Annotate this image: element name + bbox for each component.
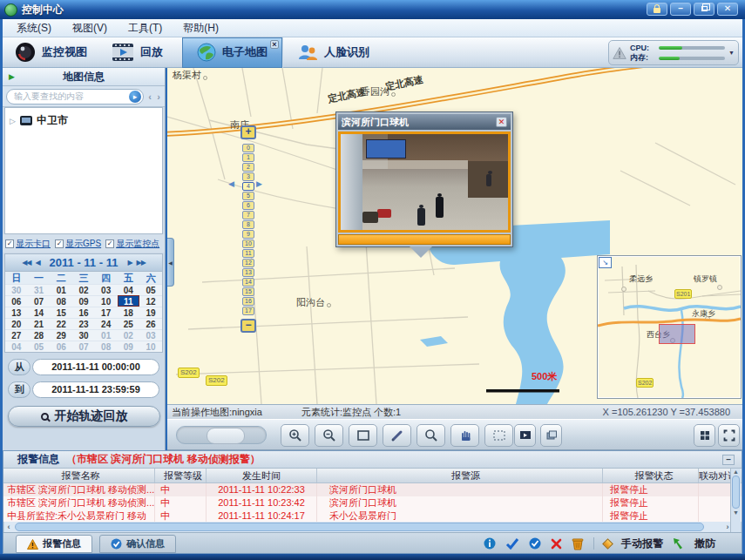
calendar-date[interactable]: 07	[72, 341, 95, 352]
calendar-date[interactable]: 13	[5, 307, 28, 318]
pan-tool-button[interactable]	[450, 424, 479, 447]
column-header[interactable]: 报警状态	[603, 469, 699, 482]
calendar-date[interactable]: 07	[28, 295, 51, 307]
zoom-level-button[interactable]: 17	[242, 307, 254, 315]
calendar-date[interactable]: 18	[118, 307, 140, 318]
calendar-date[interactable]: 06	[50, 341, 72, 352]
zoom-level-button[interactable]: 2	[242, 163, 254, 172]
column-header[interactable]: 发生时间	[207, 469, 317, 482]
calendar-next-month-button[interactable]: ▶	[127, 259, 132, 267]
sidebar-collapse-handle[interactable]: ◀	[167, 238, 174, 287]
calendar-date[interactable]: 26	[139, 318, 162, 329]
panel-minimize-button[interactable]: –	[722, 455, 735, 465]
calendar-next-year-button[interactable]: ▶▶	[137, 259, 146, 267]
alarm-table-row[interactable]: 中县所监控:禾小公易景府门 移动 中 2011-11-11 10:24:17 禾…	[3, 509, 742, 522]
to-datetime-input[interactable]: 2011-11-11 23:59:59	[32, 381, 159, 398]
restore-button[interactable]	[694, 3, 715, 16]
popup-close-button[interactable]: ✕	[496, 117, 507, 127]
map-zoom-slider[interactable]	[176, 426, 267, 444]
calendar-date[interactable]: 30	[72, 329, 95, 341]
calendar-date[interactable]: 25	[118, 318, 140, 329]
zoom-window-tool-button[interactable]	[417, 424, 445, 447]
calendar-date[interactable]: 08	[50, 295, 72, 307]
scroll-up-icon[interactable]: ▲	[733, 469, 739, 475]
fullscreen-button[interactable]	[718, 424, 740, 447]
calendar-date[interactable]: 06	[5, 295, 28, 307]
playback-button[interactable]: 回放	[99, 37, 175, 68]
info-button[interactable]	[484, 537, 496, 550]
scroll-down-icon[interactable]: ▼	[733, 509, 739, 516]
calendar-date[interactable]: 22	[50, 318, 72, 329]
minimize-button[interactable]: –	[670, 3, 691, 16]
rect-select-tool-button[interactable]	[349, 424, 377, 447]
zoom-level-button[interactable]: 12	[242, 259, 254, 267]
panel-arrow-icon[interactable]: ▶	[9, 68, 15, 86]
calendar-date[interactable]: 23	[72, 318, 95, 329]
calendar-date[interactable]: 04	[5, 341, 28, 352]
layer-checkbox[interactable]: 显示监控点	[105, 238, 159, 250]
zoom-level-button[interactable]: 6	[242, 201, 254, 210]
search-next-button[interactable]: ›	[156, 91, 161, 102]
zoom-level-button[interactable]: 9	[242, 230, 254, 239]
vertical-scrollbar[interactable]: ▲ ▼	[730, 469, 741, 532]
grid-view-button[interactable]	[694, 424, 715, 447]
confirm-all-button[interactable]	[529, 537, 541, 550]
menu-item[interactable]: 系统(S)	[8, 20, 60, 37]
calendar-date[interactable]: 14	[28, 307, 51, 318]
calendar-date[interactable]: 19	[139, 307, 162, 318]
calendar-date[interactable]: 21	[28, 318, 51, 329]
zoom-level-button[interactable]: 13	[242, 268, 254, 277]
from-datetime-input[interactable]: 2011-11-11 00:00:00	[32, 359, 159, 375]
search-input[interactable]	[14, 91, 129, 101]
close-button[interactable]: ✕	[717, 3, 738, 16]
delete-button[interactable]	[551, 538, 562, 550]
calendar-date[interactable]: 05	[28, 341, 51, 352]
tab-close-icon[interactable]: ×	[270, 40, 279, 49]
manual-alarm-button[interactable]: 手动报警	[621, 536, 663, 551]
calendar-date[interactable]: 01	[95, 329, 118, 341]
column-header[interactable]: 报警等级	[155, 469, 207, 482]
calendar-date[interactable]: 02	[72, 284, 95, 295]
chevron-down-icon[interactable]: ▼	[728, 50, 735, 56]
calendar-prev-month-button[interactable]: ◀	[35, 259, 39, 267]
calendar-date[interactable]: 05	[139, 284, 162, 295]
tab-alarm-info[interactable]: 报警信息	[16, 535, 92, 553]
search-button[interactable]: ▸	[129, 91, 141, 103]
zoom-level-button[interactable]: 1	[242, 153, 254, 162]
confirm-button[interactable]	[505, 537, 519, 550]
search-prev-button[interactable]: ‹	[147, 91, 152, 102]
calendar-date[interactable]: 01	[50, 284, 72, 295]
zoom-in-tool-button[interactable]	[281, 424, 309, 447]
calendar-date[interactable]: 09	[72, 295, 95, 307]
overview-minimap[interactable]: 柔远乡 镇罗镇 永康乡 西台乡 S201 S202 ↘	[597, 255, 742, 399]
calendar-date[interactable]: 02	[118, 329, 140, 341]
calendar-date[interactable]: 10	[139, 341, 162, 352]
zoom-level-button[interactable]: 4	[242, 182, 254, 191]
map-zoom-out-button[interactable]: −	[240, 319, 256, 333]
calendar-date[interactable]: 20	[5, 318, 28, 329]
column-header[interactable]: 联动对讲	[699, 469, 731, 482]
calendar-date[interactable]: 27	[5, 329, 28, 341]
cpu-memory-panel[interactable]: CPU: 内存: ▼	[608, 40, 739, 65]
tree-item-zhongwei[interactable]: ▷ 中卫市	[5, 108, 162, 133]
calendar-date[interactable]: 11	[118, 295, 140, 307]
popup-control-bar[interactable]	[338, 234, 511, 245]
minimap-viewport-rect[interactable]	[659, 324, 695, 344]
camera-popup-titlebar[interactable]: 滨河所门口球机 ✕	[338, 114, 511, 130]
menu-item[interactable]: 工具(T)	[119, 20, 171, 37]
calendar-date[interactable]: 29	[50, 329, 72, 341]
calendar-date[interactable]: 10	[95, 295, 118, 307]
calendar-date[interactable]: 17	[95, 307, 118, 318]
calendar-date[interactable]: 15	[50, 307, 72, 318]
zoom-level-button[interactable]: 15	[242, 287, 254, 296]
horizontal-scrollbar[interactable]: ‹ ›	[4, 522, 732, 532]
zoom-level-button[interactable]: 7	[242, 211, 254, 219]
calendar-date[interactable]: 31	[28, 284, 51, 295]
scroll-left-icon[interactable]: ‹	[4, 523, 13, 531]
zoom-level-button[interactable]: 11	[242, 249, 254, 258]
scrollbar-thumb[interactable]	[732, 476, 740, 509]
calendar-date[interactable]: 04	[118, 284, 140, 295]
pin-button[interactable]	[647, 3, 667, 16]
zoom-level-button[interactable]: 8	[242, 220, 254, 229]
monitor-view-button[interactable]: 监控视图	[3, 37, 99, 68]
